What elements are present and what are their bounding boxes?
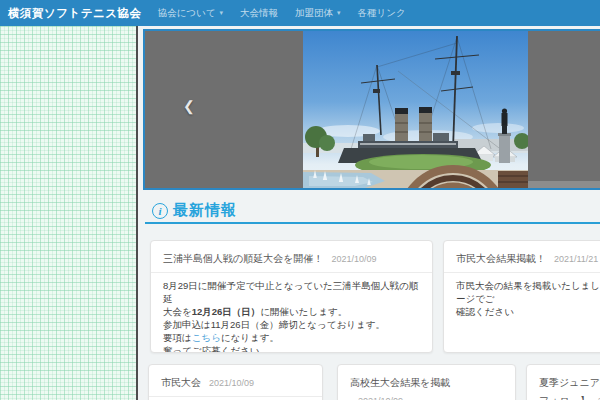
news-card-header: 夏季ジュニア教室【アフター フォロー】2021/10/09 xyxy=(527,365,600,400)
body-text: に開催いたします。 xyxy=(260,306,347,317)
body-line: 8月29日に開催予定で中止となっていた三浦半島個人戦の順延 xyxy=(163,279,420,305)
site-title[interactable]: 横須賀ソフトテニス協会 xyxy=(8,6,142,21)
body-text-bold: 12月26日（日） xyxy=(192,306,261,317)
info-icon: i xyxy=(152,203,168,219)
carousel-prev-area[interactable]: ❮ xyxy=(145,31,303,188)
section-divider xyxy=(145,222,600,224)
nav-item-links[interactable]: 各種リンク xyxy=(358,7,406,20)
body-text: 大会を xyxy=(163,306,192,317)
news-card: 市民大会2021/10/09 xyxy=(148,364,323,400)
main-nav: 協会について ▾ 大会情報 加盟団体 ▾ 各種リンク xyxy=(158,7,406,20)
nav-item-tournament-info[interactable]: 大会情報 xyxy=(240,7,278,20)
news-card-date: 2021/10/09 xyxy=(331,254,376,264)
carousel-next-preview xyxy=(528,181,600,188)
news-card-body: 市民大会の結果を掲載いたしました。 詳しくは大会情報ページでご 確認ください xyxy=(444,273,600,328)
news-card-title: 夏季ジュニア教室【アフター フォロー】 xyxy=(539,377,600,400)
news-card-header: 高校生大会結果を掲載2021/10/09 xyxy=(338,365,515,400)
news-section-header: i 最新情報 xyxy=(152,201,237,220)
news-card: 夏季ジュニア教室【アフター フォロー】2021/10/09 xyxy=(526,364,600,400)
body-line: 参加申込は11月26日（金）締切となっております。 xyxy=(163,318,420,331)
app-header: 横須賀ソフトテニス協会 協会について ▾ 大会情報 加盟団体 ▾ 各種リンク xyxy=(0,0,600,26)
news-card-header: 市民大会2021/10/09 xyxy=(149,365,322,397)
sidebar-pattern xyxy=(0,26,138,400)
news-card-date: 2021/11/21 xyxy=(554,254,598,264)
nav-item-about[interactable]: 協会について ▾ xyxy=(158,7,223,20)
body-line: 奮ってご応募ください。 xyxy=(163,344,420,353)
news-card: 高校生大会結果を掲載2021/10/09 xyxy=(337,364,516,400)
hero-photo-battleship[interactable] xyxy=(303,31,528,188)
news-card: 市民大会結果掲載！2021/11/21 市民大会の結果を掲載いたしました。 詳し… xyxy=(443,240,600,353)
news-card-title: 市民大会 xyxy=(161,377,201,388)
news-card-date: 2021/10/09 xyxy=(209,378,254,388)
kochira-link[interactable]: こちら xyxy=(192,332,221,343)
news-card: 三浦半島個人戦の順延大会を開催！2021/10/09 8月29日に開催予定で中止… xyxy=(150,240,433,353)
news-card-header: 市民大会結果掲載！2021/11/21 xyxy=(444,241,600,273)
carousel-next-area[interactable] xyxy=(528,31,600,188)
nav-item-label: 加盟団体 xyxy=(295,7,333,20)
news-card-title: 市民大会結果掲載！ xyxy=(456,253,546,264)
section-title: 最新情報 xyxy=(173,201,237,220)
news-card-title: 三浦半島個人戦の順延大会を開催！ xyxy=(163,253,323,264)
nav-item-label: 大会情報 xyxy=(240,7,278,20)
body-text: になります。 xyxy=(221,332,279,343)
body-line: 大会を12月26日（日）に開催いたします。 xyxy=(163,305,420,318)
news-card-date: 2021/10/09 xyxy=(358,396,403,400)
nav-item-member-groups[interactable]: 加盟団体 ▾ xyxy=(295,7,341,20)
news-card-body: 8月29日に開催予定で中止となっていた三浦半島個人戦の順延 大会を12月26日（… xyxy=(151,273,432,353)
body-line: 要項はこちらになります。 xyxy=(163,331,420,344)
news-card-header: 三浦半島個人戦の順延大会を開催！2021/10/09 xyxy=(151,241,432,273)
page: 横須賀ソフトテニス協会 協会について ▾ 大会情報 加盟団体 ▾ 各種リンク ❮ xyxy=(0,0,600,400)
hero-carousel: ❮ xyxy=(143,29,600,190)
body-text: 要項は xyxy=(163,332,192,343)
carousel-prev-button[interactable]: ❮ xyxy=(183,99,195,113)
nav-item-label: 各種リンク xyxy=(358,7,406,20)
news-card-title: 高校生大会結果を掲載 xyxy=(350,377,450,388)
chevron-down-icon: ▾ xyxy=(337,9,341,17)
chevron-down-icon: ▾ xyxy=(220,9,224,17)
nav-item-label: 協会について xyxy=(158,7,216,20)
